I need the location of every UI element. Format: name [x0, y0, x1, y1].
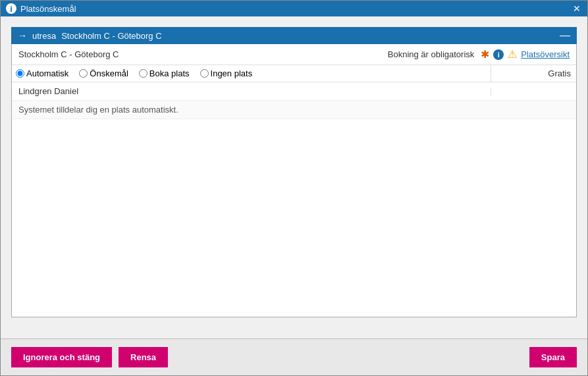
minimize-button[interactable]: — [560, 30, 570, 41]
dialog: i Platsönskemål ✕ → utresa Stockholm C -… [0, 0, 588, 376]
passenger-row: Lindgren Daniel [12, 82, 576, 101]
dialog-title: Platsönskemål [20, 4, 76, 14]
radio-onskemal[interactable]: Önskemål [79, 68, 128, 78]
section-header: → utresa Stockholm C - Göteborg C — [11, 27, 577, 44]
section-direction: utresa [32, 31, 56, 41]
star-icon: ✱ [481, 48, 489, 61]
radio-boka-plats[interactable]: Boka plats [139, 68, 190, 78]
warning-icon: ⚠ [508, 48, 517, 61]
dialog-body: → utresa Stockholm C - Göteborg C — Stoc… [1, 16, 587, 338]
info-icon: i [6, 3, 16, 14]
section-content: Stockholm C - Göteborg C Bokning är obli… [11, 44, 577, 317]
platsöversikt-link[interactable]: Platsöversikt [521, 49, 570, 59]
radio-ingen-plats[interactable]: Ingen plats [200, 68, 253, 78]
close-button[interactable]: ✕ [572, 4, 582, 13]
footer-left: Ignorera och stäng Rensa [11, 347, 168, 367]
detail-info-icon[interactable]: i [493, 49, 504, 60]
route-icons: ✱ i ⚠ Platsöversikt [481, 48, 570, 61]
radio-row: Automatisk Önskemål Boka plats Ingen pla… [12, 65, 576, 82]
section-route: Stockholm C - Göteborg C [61, 31, 161, 41]
content-area [12, 119, 576, 317]
ignore-close-button[interactable]: Ignorera och stäng [11, 347, 112, 367]
arrow-icon: → [18, 30, 27, 41]
radio-automatisk[interactable]: Automatisk [16, 68, 68, 78]
clear-button[interactable]: Rensa [119, 347, 168, 367]
gratis-cell: Gratis [491, 65, 576, 82]
dialog-footer: Ignorera och stäng Rensa Spara [1, 338, 587, 375]
save-button[interactable]: Spara [529, 347, 577, 367]
auto-message: Systemet tilldelar dig en plats automati… [12, 101, 576, 119]
passenger-name: Lindgren Daniel [12, 82, 491, 100]
radio-options: Automatisk Önskemål Boka plats Ingen pla… [12, 65, 491, 82]
passenger-cell [491, 88, 576, 95]
booking-status: Bokning är obligatorisk [388, 49, 475, 59]
route-header: Stockholm C - Göteborg C Bokning är obli… [12, 44, 576, 65]
title-bar-left: i Platsönskemål [6, 3, 76, 14]
route-title: Stockholm C - Göteborg C [18, 49, 119, 59]
title-bar: i Platsönskemål ✕ [1, 1, 587, 16]
